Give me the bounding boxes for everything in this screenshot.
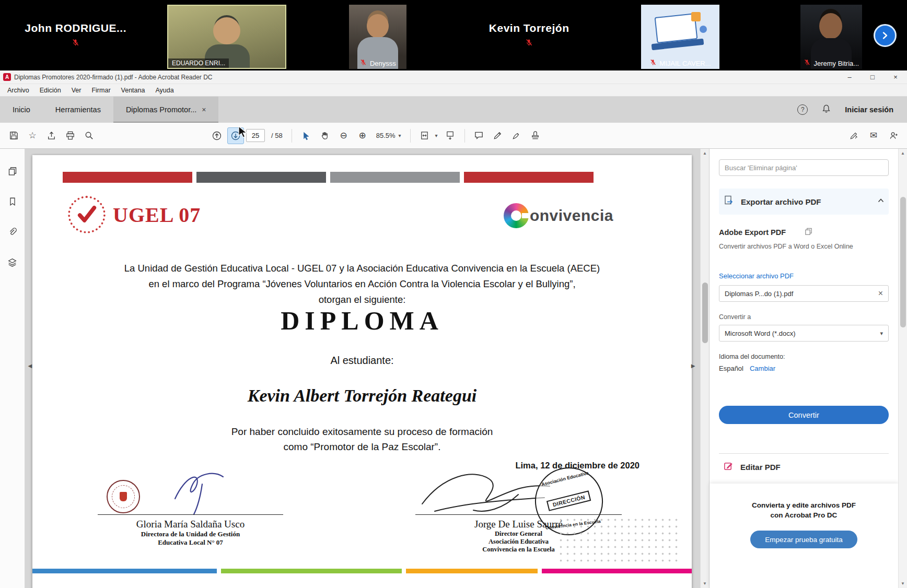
layers-icon[interactable] (5, 254, 20, 270)
deco-bar-blue (32, 569, 217, 573)
tab-label: Inicio (13, 105, 30, 114)
menu-archivo[interactable]: Archivo (3, 86, 33, 95)
diploma-body-text: Por haber concluido exitosamente su proc… (32, 424, 692, 454)
page-thumbnails-icon[interactable] (5, 163, 20, 179)
select-pdf-file-link[interactable]: Seleccionar archivo PDF (719, 272, 889, 280)
tools-search-input[interactable] (719, 159, 889, 176)
change-language-link[interactable]: Cambiar (750, 364, 775, 372)
format-select-value: Microsoft Word (*.docx) (725, 330, 880, 337)
export-description: Convertir archivos PDF a Word o Excel On… (719, 243, 889, 250)
format-select[interactable]: Microsoft Word (*.docx) ▾ (719, 325, 889, 342)
tab-herramientas[interactable]: Herramientas (43, 97, 113, 123)
deco-bar-darkgray (196, 172, 326, 183)
zoom-level-value: 85.5% (376, 132, 396, 139)
export-pdf-icon (723, 195, 735, 208)
menu-edicion[interactable]: Edición (36, 86, 65, 95)
fit-width-icon[interactable] (416, 127, 433, 144)
menu-ayuda[interactable]: Ayuda (151, 86, 178, 95)
document-scrollbar[interactable]: ▲ ▼ (700, 149, 709, 588)
participant-name: Jeremy Bitria... (813, 60, 859, 67)
tab-close-icon[interactable]: × (202, 105, 206, 114)
scrolling-mode-icon[interactable] (442, 127, 459, 144)
next-page-nav-arrow[interactable]: ► (690, 362, 696, 370)
attachments-paperclip-icon[interactable] (5, 224, 20, 240)
sign-pen-icon[interactable] (508, 127, 525, 144)
stamp-tool-icon[interactable] (527, 127, 544, 144)
next-page-icon[interactable] (227, 127, 244, 144)
tab-document[interactable]: Diplomas Promotor... × (113, 97, 219, 123)
hand-tool-icon[interactable] (317, 127, 333, 144)
close-button[interactable]: × (884, 70, 907, 84)
participant-tile-mijail[interactable]: MIJAIL CAVER... (604, 0, 755, 70)
start-free-trial-button[interactable]: Empezar prueba gratuita (750, 531, 857, 548)
previous-page-nav-arrow[interactable]: ◄ (27, 362, 33, 370)
add-person-icon[interactable] (885, 127, 902, 144)
diploma-intro-text: La Unidad de Gestión Educativa Local - U… (32, 261, 692, 308)
export-pdf-section-header[interactable]: Exportar archivo PDF (719, 189, 889, 215)
participant-video: EDUARDO ENRI... (167, 5, 286, 69)
print-icon[interactable] (62, 127, 78, 144)
email-icon[interactable]: ✉ (865, 127, 882, 144)
ugel-logo-text: UGEL 07 (113, 203, 201, 227)
participant-name: John RODRIGUE... (25, 22, 126, 34)
menu-ver[interactable]: Ver (67, 86, 86, 95)
workspace: UGEL 07 onvivencia La Unidad de Gestión … (0, 149, 907, 588)
help-button[interactable]: ? (797, 104, 808, 115)
previous-page-icon[interactable] (208, 127, 225, 144)
panel-scrollbar[interactable]: ▲ ▼ (898, 149, 907, 588)
highlight-pencil-icon[interactable] (490, 127, 506, 144)
save-icon[interactable] (5, 127, 22, 144)
convivencia-logo-text: onvivencia (530, 207, 613, 225)
maximize-button[interactable]: □ (861, 70, 884, 84)
deco-bar-red (464, 172, 594, 183)
scroll-up-icon[interactable]: ▲ (701, 151, 709, 156)
share-icon[interactable] (43, 127, 60, 144)
scrollbar-thumb[interactable] (702, 283, 708, 343)
participant-tile-kevin[interactable]: Kevin Torrejón (454, 0, 604, 70)
avatar-illustration (691, 12, 701, 21)
tab-inicio[interactable]: Inicio (0, 97, 43, 123)
participant-silhouette (819, 13, 842, 39)
participant-name: Kevin Torrejón (489, 22, 569, 34)
tab-label: Diplomas Promotor... (126, 105, 196, 114)
menu-firmar[interactable]: Firmar (87, 86, 114, 95)
participant-silhouette (213, 17, 240, 44)
zoom-out-icon[interactable]: ⊖ (335, 127, 352, 144)
scrollbar-thumb[interactable] (900, 197, 906, 327)
edit-pdf-section-header[interactable]: Editar PDF (719, 454, 889, 480)
scroll-down-icon[interactable]: ▼ (899, 581, 907, 586)
document-language-label: Idioma del documento: (719, 353, 889, 360)
comment-icon[interactable] (471, 127, 487, 144)
share-review-icon[interactable] (845, 127, 862, 144)
page-number-input[interactable] (246, 129, 265, 142)
convert-to-label: Convertir a (719, 313, 889, 321)
bookmarks-icon[interactable] (5, 194, 20, 209)
window-titlebar: A Diplomas Promotores 2020-firmado (1).p… (0, 70, 907, 84)
convert-button[interactable]: Convertir (719, 406, 889, 424)
zoom-level-dropdown[interactable]: 85.5% ▾ (373, 130, 404, 142)
intro-line-2: en el marco del Programa “Jóvenes Volunt… (32, 276, 692, 292)
search-magnifier-icon[interactable] (80, 127, 97, 144)
participant-tile-eduardo[interactable]: EDUARDO ENRI... (151, 0, 302, 70)
scroll-down-icon[interactable]: ▼ (701, 581, 709, 586)
pdf-page: UGEL 07 onvivencia La Unidad de Gestión … (32, 155, 692, 588)
remove-file-icon[interactable]: × (878, 289, 883, 298)
screen: John RODRIGUE... EDUARDO ENRI... (0, 0, 907, 588)
participant-name: EDUARDO ENRI... (172, 60, 225, 67)
zoom-in-icon[interactable]: ⊕ (354, 127, 371, 144)
participant-tile-denysss[interactable]: Denysss (303, 0, 454, 70)
participant-tile-john[interactable]: John RODRIGUE... (0, 0, 151, 70)
sign-in-button[interactable]: Iniciar sesión (845, 105, 893, 114)
ugel-logo: UGEL 07 (68, 196, 201, 233)
select-tool-icon[interactable] (298, 127, 315, 144)
minimize-button[interactable]: – (838, 70, 861, 84)
notifications-bell-icon[interactable] (821, 104, 831, 116)
star-icon[interactable]: ☆ (24, 127, 41, 144)
menu-ventana[interactable]: Ventana (117, 86, 149, 95)
page-total-label: / 58 (271, 132, 283, 139)
zoom-next-page-button[interactable] (874, 24, 897, 47)
copy-files-icon[interactable] (804, 227, 889, 238)
scroll-up-icon[interactable]: ▲ (899, 151, 907, 156)
chevron-down-icon[interactable]: ▾ (435, 133, 438, 138)
chevron-up-icon[interactable] (877, 197, 885, 206)
